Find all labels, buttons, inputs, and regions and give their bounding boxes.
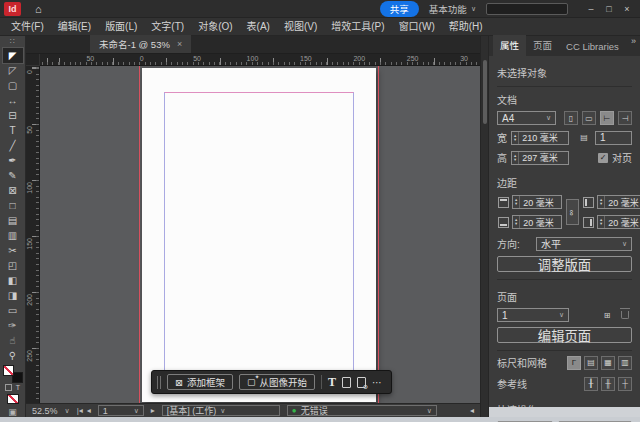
- width-field[interactable]: ▴▾ 210 毫米: [511, 131, 569, 145]
- drag-grip-icon[interactable]: [157, 376, 161, 389]
- height-field[interactable]: ▴▾ 297 毫米: [511, 151, 569, 165]
- maximize-button[interactable]: □: [600, 2, 618, 16]
- horizontal-ruler[interactable]: 05005010015020025030: [40, 54, 480, 66]
- tools-collapse-icon[interactable]: ∷: [10, 36, 15, 48]
- pencil-tool[interactable]: ✎: [3, 168, 23, 183]
- add-page-icon[interactable]: ⊞: [600, 308, 614, 322]
- first-page-button[interactable]: |◂: [77, 406, 83, 415]
- binding-rtl-icon[interactable]: ⊣: [618, 111, 632, 125]
- rectangle-tool[interactable]: □: [3, 198, 23, 213]
- formatting-affects-container-icon[interactable]: [5, 384, 12, 391]
- smart-guides-icon[interactable]: ┼: [618, 377, 632, 391]
- type-tool[interactable]: T: [3, 123, 23, 138]
- scrollbar-thumb[interactable]: [483, 60, 487, 124]
- apply-none-swatch[interactable]: [7, 394, 19, 404]
- selection-tool[interactable]: ◤: [3, 48, 23, 63]
- h-scroll-left-icon[interactable]: ◂: [470, 406, 474, 415]
- next-page-button[interactable]: ▸: [151, 406, 155, 415]
- prev-page-button[interactable]: ◂: [87, 406, 91, 415]
- preflight-profile[interactable]: [基本] (工作) ∨: [162, 405, 280, 416]
- home-icon[interactable]: ⌂: [35, 3, 42, 15]
- baseline-grid-icon[interactable]: ▤: [584, 356, 598, 370]
- gradient-feather-tool[interactable]: ◨: [3, 288, 23, 303]
- zoom-level[interactable]: 52.5%: [32, 406, 58, 416]
- content-collector-tool[interactable]: ⊟: [3, 108, 23, 123]
- orientation-portrait-icon[interactable]: ▯: [564, 111, 578, 125]
- margin-outside-field[interactable]: ▴▾ 20 毫米: [597, 215, 640, 229]
- page-tool[interactable]: ▢: [3, 78, 23, 93]
- vertical-scrollbar[interactable]: [480, 36, 488, 417]
- fill-swatch-none[interactable]: [3, 365, 14, 376]
- menu-item[interactable]: 增效工具(P): [324, 18, 391, 36]
- screen-mode-icon[interactable]: ▣: [8, 407, 17, 417]
- zoom-tool[interactable]: ⚲: [3, 348, 23, 363]
- tab-pages[interactable]: 页面: [526, 35, 559, 56]
- link-margins-icon[interactable]: ∞: [566, 199, 579, 225]
- menu-item[interactable]: 帮助(H): [442, 18, 490, 36]
- menu-item[interactable]: 窗口(W): [392, 18, 442, 36]
- vertical-ruler[interactable]: 050100150200250: [26, 66, 40, 403]
- document-settings-button[interactable]: ⚙: [357, 377, 366, 388]
- note-tool[interactable]: ▭: [3, 303, 23, 318]
- page-number-field[interactable]: 1 ∨: [98, 405, 144, 416]
- workspace-switcher[interactable]: 基本功能 ∨: [429, 2, 476, 16]
- margin-top-field[interactable]: ▴▾ 20 毫米: [512, 195, 562, 209]
- more-options-button[interactable]: ⋯: [372, 377, 383, 388]
- margin-inside-field[interactable]: ▴▾ 20 毫米: [597, 195, 640, 209]
- menu-item[interactable]: 视图(V): [277, 18, 324, 36]
- eyedropper-tool[interactable]: ✑: [3, 318, 23, 333]
- share-button[interactable]: 共享: [380, 1, 419, 17]
- menu-item[interactable]: 文件(F): [4, 18, 51, 36]
- orientation-landscape-icon[interactable]: ▭: [582, 111, 596, 125]
- current-page-select[interactable]: 1 ∨: [497, 308, 569, 322]
- page-size-select[interactable]: A4 ∨: [497, 111, 556, 125]
- add-frame-button[interactable]: ⊠ 添加框架: [167, 374, 233, 390]
- search-input[interactable]: [486, 3, 568, 15]
- panel-collapse-icon[interactable]: »: [631, 36, 636, 46]
- vertical-grid-tool[interactable]: ▥: [3, 228, 23, 243]
- preflight-status[interactable]: ● 无错误 ∨: [287, 405, 437, 416]
- frame-tool[interactable]: ⊠: [3, 183, 23, 198]
- menu-item[interactable]: 编辑(E): [51, 18, 98, 36]
- menu-item[interactable]: 表(A): [240, 18, 277, 36]
- lock-guides-icon[interactable]: ╫: [601, 377, 615, 391]
- margin-bottom-field[interactable]: ▴▾ 20 毫米: [512, 215, 562, 229]
- formatting-affects-text-icon[interactable]: T: [16, 384, 20, 391]
- delete-page-icon[interactable]: [618, 308, 632, 322]
- page-count-field[interactable]: 1: [595, 131, 632, 145]
- type-tool-button[interactable]: T: [328, 375, 336, 390]
- menu-item[interactable]: 对象(O): [191, 18, 239, 36]
- close-button[interactable]: ×: [618, 2, 636, 16]
- menu-item[interactable]: 版面(L): [98, 18, 144, 36]
- hand-tool[interactable]: ☝: [3, 333, 23, 348]
- binding-ltr-icon[interactable]: ⊢: [600, 111, 614, 125]
- tab-properties[interactable]: 属性: [493, 35, 526, 56]
- new-page-button[interactable]: [342, 377, 351, 388]
- fill-stroke-swatches[interactable]: [3, 365, 23, 383]
- edit-pages-button[interactable]: 编辑页面: [497, 327, 632, 343]
- tab-cc-libraries[interactable]: CC Libraries: [559, 38, 626, 56]
- start-from-image-button[interactable]: ▢ ✦ 从图像开始: [239, 374, 315, 390]
- facing-pages-checkbox[interactable]: ✓: [598, 153, 608, 163]
- frame-grid-icon[interactable]: ▥: [618, 356, 632, 370]
- gap-tool[interactable]: ↔: [3, 93, 23, 108]
- line-tool[interactable]: ╱: [3, 138, 23, 153]
- ruler-corner[interactable]: [26, 54, 40, 66]
- direction-select[interactable]: 水平 ∨: [536, 237, 632, 251]
- direct-selection-tool[interactable]: ◸: [3, 63, 23, 78]
- zoom-chevron-icon[interactable]: ∨: [65, 407, 70, 415]
- tab-close-icon[interactable]: ×: [177, 39, 182, 49]
- horizontal-grid-tool[interactable]: ▤: [3, 213, 23, 228]
- adjust-layout-button[interactable]: 调整版面: [497, 256, 632, 272]
- show-guides-icon[interactable]: ╂: [584, 377, 598, 391]
- gradient-tool[interactable]: ◧: [3, 273, 23, 288]
- document-tab[interactable]: 未命名-1 @ 53% ×: [90, 35, 191, 53]
- pen-tool[interactable]: ✒: [3, 153, 23, 168]
- pasteboard[interactable]: [40, 66, 480, 403]
- document-page[interactable]: [142, 68, 376, 402]
- scissors-tool[interactable]: ✂: [3, 243, 23, 258]
- document-grid-icon[interactable]: ▦: [601, 356, 615, 370]
- show-rulers-icon[interactable]: Γ: [567, 356, 581, 370]
- menu-item[interactable]: 文字(T): [144, 18, 191, 36]
- free-transform-tool[interactable]: ◰: [3, 258, 23, 273]
